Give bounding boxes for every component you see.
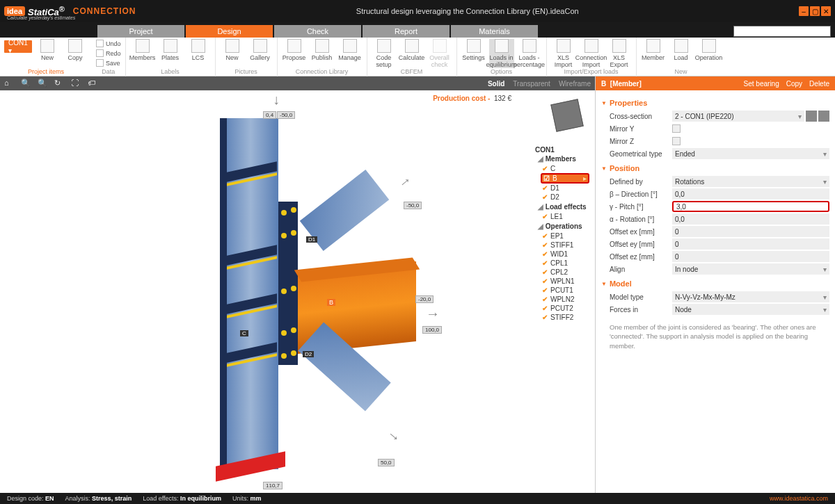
new-member-button[interactable]: Member: [641, 39, 666, 61]
delete-member-button[interactable]: Delete: [809, 80, 829, 88]
tree-op[interactable]: ✔WID1: [541, 250, 589, 259]
tree-op[interactable]: ✔CPL2: [541, 268, 589, 277]
forces-in-select[interactable]: Node: [672, 304, 829, 315]
tab-report[interactable]: Report: [363, 25, 450, 38]
group-label: CBFEM: [401, 68, 423, 76]
gamma-pitch-input[interactable]: 3,0: [672, 201, 829, 212]
dim-label: -20,0: [415, 295, 434, 303]
home-icon[interactable]: ⌂: [4, 79, 14, 88]
connection-chip[interactable]: CON1 ▾: [4, 40, 32, 53]
section-position[interactable]: Position: [601, 164, 829, 172]
offset-ey-input[interactable]: 0: [672, 238, 829, 250]
mode-transparent[interactable]: Transparent: [513, 80, 550, 88]
zoom-icon[interactable]: 🔍: [21, 79, 31, 88]
loads-percentage-button[interactable]: Loads - percentage: [517, 39, 542, 68]
close-button[interactable]: ✕: [821, 6, 831, 16]
xls-import-button[interactable]: XLS Import: [551, 39, 576, 68]
redo-button[interactable]: Redo: [96, 49, 121, 58]
tag-icon[interactable]: 🏷: [88, 79, 97, 88]
tree-op[interactable]: ✔WPLN2: [541, 295, 589, 304]
refresh-icon[interactable]: ↻: [54, 79, 64, 88]
mirror-y-checkbox[interactable]: [672, 124, 681, 133]
tree-op[interactable]: ✔WPLN1: [541, 277, 589, 286]
tab-project[interactable]: Project: [97, 25, 184, 38]
tab-design[interactable]: Design: [186, 25, 273, 38]
publish-button[interactable]: Publish: [310, 39, 335, 61]
members-button[interactable]: Members: [130, 39, 155, 61]
tree-op[interactable]: ✔EP1: [541, 231, 589, 241]
zoom-out-icon[interactable]: 🔍: [38, 79, 47, 88]
tree-member-b[interactable]: ☑B▸: [541, 173, 589, 184]
tree-loads-section[interactable]: ◢ Load effects: [538, 203, 589, 211]
ribbon-group-cbfem: Code setup Calculate Overall check CBFEM: [367, 38, 457, 76]
geom-type-select[interactable]: Ended: [672, 148, 829, 159]
gallery-button[interactable]: Gallery: [248, 39, 273, 61]
tab-materials[interactable]: Materials: [451, 25, 538, 38]
properties-panel: B [Member] Set bearing Copy Delete Prope…: [595, 76, 835, 493]
new-button[interactable]: New: [35, 39, 60, 61]
undo-button[interactable]: Undo: [96, 39, 121, 48]
new-load-button[interactable]: Load: [669, 39, 694, 61]
offset-ez-input[interactable]: 0: [672, 251, 829, 262]
mirror-z-checkbox[interactable]: [672, 137, 681, 145]
arrow-icon: →: [426, 306, 440, 322]
manage-button[interactable]: Manage: [337, 39, 363, 61]
mode-wireframe[interactable]: Wireframe: [559, 80, 591, 88]
tree-ops-section[interactable]: ◢ Operations: [538, 222, 589, 230]
minimize-button[interactable]: –: [799, 6, 809, 16]
tree-op[interactable]: ✔CPL1: [541, 259, 589, 268]
tree-members-section[interactable]: ◢ Members: [538, 155, 589, 163]
bolt-icon: [281, 210, 287, 216]
code-setup-button[interactable]: Code setup: [372, 39, 397, 68]
maximize-button[interactable]: ▢: [810, 6, 820, 16]
model-canvas[interactable]: Production cost - 132 €: [0, 90, 595, 493]
section-model[interactable]: Model: [601, 279, 829, 288]
tree-member-d1[interactable]: ✔D1: [541, 184, 589, 193]
edit-icon[interactable]: [806, 111, 817, 122]
propose-button[interactable]: Propose: [282, 39, 307, 61]
model-type-select[interactable]: N-Vy-Vz-Mx-My-Mz: [672, 291, 829, 302]
alpha-input[interactable]: 0,0: [672, 213, 829, 225]
tree-op[interactable]: ✔PCUT2: [541, 304, 589, 313]
group-label: Options: [491, 68, 512, 76]
section-properties[interactable]: Properties: [601, 99, 829, 107]
overall-check-button[interactable]: Overall check: [427, 39, 452, 68]
loads-equilibrium-button[interactable]: Loads in equilibrium: [489, 39, 514, 68]
xls-export-button[interactable]: XLS Export: [607, 39, 632, 68]
offset-ex-input[interactable]: 0: [672, 226, 829, 237]
new-pic-button[interactable]: New: [220, 39, 245, 61]
calculate-button[interactable]: Calculate: [399, 39, 424, 61]
plates-button[interactable]: Plates: [158, 39, 183, 61]
tree-op[interactable]: ✔STIFF1: [541, 241, 589, 250]
tab-check[interactable]: Check: [274, 25, 361, 38]
view-cube[interactable]: [550, 99, 583, 131]
settings-button[interactable]: Settings: [461, 39, 486, 61]
connection-import-button[interactable]: Connection Import: [579, 39, 604, 68]
3d-viewport[interactable]: ⌂ 🔍 🔍 ↻ ⛶ 🏷 Solid Transparent Wireframe …: [0, 76, 595, 493]
copy-member-button[interactable]: Copy: [786, 80, 802, 88]
set-bearing-button[interactable]: Set bearing: [744, 80, 779, 88]
website-link[interactable]: www.ideastatica.com: [770, 495, 828, 502]
align-select[interactable]: In node: [672, 263, 829, 275]
tagline: Calculate yesterday's estimates: [7, 15, 75, 20]
mode-solid[interactable]: Solid: [488, 80, 504, 88]
tree-member-c[interactable]: ✔C: [541, 164, 589, 173]
cross-section-select[interactable]: 2 - CON1 (IPE220): [672, 111, 804, 122]
beta-input[interactable]: 0,0: [672, 188, 829, 200]
new-operation-button[interactable]: Operation: [697, 39, 722, 61]
add-icon[interactable]: [818, 111, 829, 122]
copy-button[interactable]: Copy: [63, 39, 88, 61]
arrow-icon: ↓: [273, 92, 280, 108]
group-label: Labels: [161, 68, 180, 76]
tree-member-d2[interactable]: ✔D2: [541, 193, 589, 202]
tree-op[interactable]: ✔PCUT1: [541, 286, 589, 295]
defined-by-select[interactable]: Rotations: [672, 176, 829, 187]
prop-label: γ - Pitch [°]: [610, 203, 672, 211]
search-input[interactable]: [733, 26, 831, 37]
tree-op[interactable]: ✔STIFF2: [541, 313, 589, 322]
label-d2: D2: [303, 351, 314, 357]
tree-load-le1[interactable]: ✔LE1: [541, 212, 589, 221]
lcs-button[interactable]: LCS: [186, 39, 211, 61]
expand-icon[interactable]: ⛶: [71, 79, 81, 88]
save-button[interactable]: Save: [96, 58, 120, 67]
